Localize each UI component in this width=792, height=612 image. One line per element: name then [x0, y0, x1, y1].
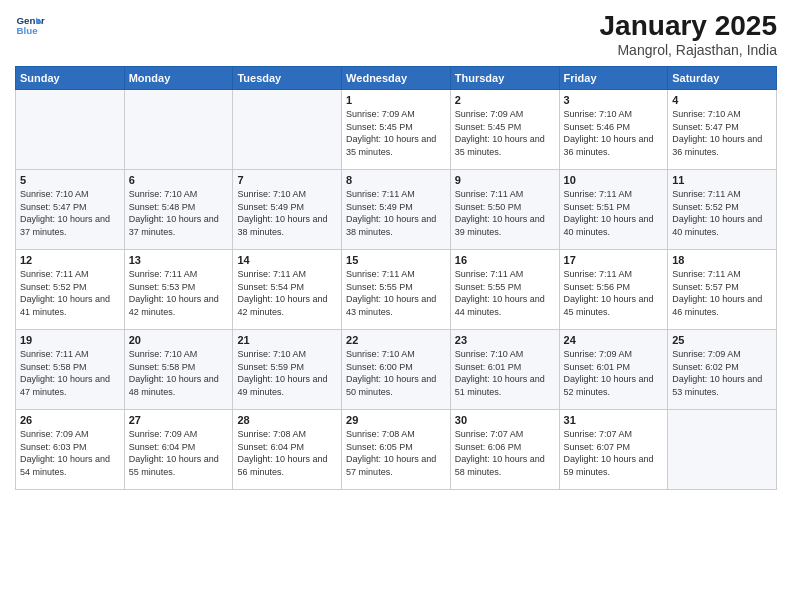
cell-1-0: 5Sunrise: 7:10 AMSunset: 5:47 PMDaylight…	[16, 170, 125, 250]
cell-2-1: 13Sunrise: 7:11 AMSunset: 5:53 PMDayligh…	[124, 250, 233, 330]
calendar-subtitle: Mangrol, Rajasthan, India	[600, 42, 777, 58]
day-num-4-3: 29	[346, 414, 446, 426]
cell-3-3: 22Sunrise: 7:10 AMSunset: 6:00 PMDayligh…	[342, 330, 451, 410]
header-saturday: Saturday	[668, 67, 777, 90]
cell-3-1: 20Sunrise: 7:10 AMSunset: 5:58 PMDayligh…	[124, 330, 233, 410]
day-num-3-4: 23	[455, 334, 555, 346]
day-num-3-1: 20	[129, 334, 229, 346]
week-row-2: 12Sunrise: 7:11 AMSunset: 5:52 PMDayligh…	[16, 250, 777, 330]
cell-text-1-6: Sunrise: 7:11 AMSunset: 5:52 PMDaylight:…	[672, 188, 772, 238]
cell-text-0-4: Sunrise: 7:09 AMSunset: 5:45 PMDaylight:…	[455, 108, 555, 158]
cell-text-2-0: Sunrise: 7:11 AMSunset: 5:52 PMDaylight:…	[20, 268, 120, 318]
week-row-0: 1Sunrise: 7:09 AMSunset: 5:45 PMDaylight…	[16, 90, 777, 170]
header-friday: Friday	[559, 67, 668, 90]
day-num-1-3: 8	[346, 174, 446, 186]
day-num-4-2: 28	[237, 414, 337, 426]
day-num-2-0: 12	[20, 254, 120, 266]
cell-text-1-3: Sunrise: 7:11 AMSunset: 5:49 PMDaylight:…	[346, 188, 446, 238]
header-sunday: Sunday	[16, 67, 125, 90]
svg-text:General: General	[17, 15, 46, 26]
cell-1-4: 9Sunrise: 7:11 AMSunset: 5:50 PMDaylight…	[450, 170, 559, 250]
cell-1-6: 11Sunrise: 7:11 AMSunset: 5:52 PMDayligh…	[668, 170, 777, 250]
logo-icon: General Blue	[15, 10, 45, 40]
cell-2-3: 15Sunrise: 7:11 AMSunset: 5:55 PMDayligh…	[342, 250, 451, 330]
cell-0-1	[124, 90, 233, 170]
cell-1-3: 8Sunrise: 7:11 AMSunset: 5:49 PMDaylight…	[342, 170, 451, 250]
week-row-4: 26Sunrise: 7:09 AMSunset: 6:03 PMDayligh…	[16, 410, 777, 490]
day-num-2-3: 15	[346, 254, 446, 266]
day-num-3-3: 22	[346, 334, 446, 346]
cell-2-0: 12Sunrise: 7:11 AMSunset: 5:52 PMDayligh…	[16, 250, 125, 330]
cell-4-2: 28Sunrise: 7:08 AMSunset: 6:04 PMDayligh…	[233, 410, 342, 490]
cell-text-3-6: Sunrise: 7:09 AMSunset: 6:02 PMDaylight:…	[672, 348, 772, 398]
day-num-4-0: 26	[20, 414, 120, 426]
day-num-1-2: 7	[237, 174, 337, 186]
header-tuesday: Tuesday	[233, 67, 342, 90]
day-num-4-4: 30	[455, 414, 555, 426]
day-num-3-5: 24	[564, 334, 664, 346]
cell-text-2-1: Sunrise: 7:11 AMSunset: 5:53 PMDaylight:…	[129, 268, 229, 318]
cell-text-1-2: Sunrise: 7:10 AMSunset: 5:49 PMDaylight:…	[237, 188, 337, 238]
day-num-2-2: 14	[237, 254, 337, 266]
day-num-2-1: 13	[129, 254, 229, 266]
cell-text-2-6: Sunrise: 7:11 AMSunset: 5:57 PMDaylight:…	[672, 268, 772, 318]
cell-text-4-5: Sunrise: 7:07 AMSunset: 6:07 PMDaylight:…	[564, 428, 664, 478]
cell-text-3-4: Sunrise: 7:10 AMSunset: 6:01 PMDaylight:…	[455, 348, 555, 398]
header: General Blue January 2025 Mangrol, Rajas…	[15, 10, 777, 58]
day-num-3-6: 25	[672, 334, 772, 346]
cell-text-2-4: Sunrise: 7:11 AMSunset: 5:55 PMDaylight:…	[455, 268, 555, 318]
week-row-3: 19Sunrise: 7:11 AMSunset: 5:58 PMDayligh…	[16, 330, 777, 410]
cell-text-3-1: Sunrise: 7:10 AMSunset: 5:58 PMDaylight:…	[129, 348, 229, 398]
day-num-1-6: 11	[672, 174, 772, 186]
day-num-0-4: 2	[455, 94, 555, 106]
cell-text-0-5: Sunrise: 7:10 AMSunset: 5:46 PMDaylight:…	[564, 108, 664, 158]
cell-text-3-3: Sunrise: 7:10 AMSunset: 6:00 PMDaylight:…	[346, 348, 446, 398]
cell-3-5: 24Sunrise: 7:09 AMSunset: 6:01 PMDayligh…	[559, 330, 668, 410]
cell-2-5: 17Sunrise: 7:11 AMSunset: 5:56 PMDayligh…	[559, 250, 668, 330]
cell-0-6: 4Sunrise: 7:10 AMSunset: 5:47 PMDaylight…	[668, 90, 777, 170]
cell-text-3-0: Sunrise: 7:11 AMSunset: 5:58 PMDaylight:…	[20, 348, 120, 398]
cell-2-4: 16Sunrise: 7:11 AMSunset: 5:55 PMDayligh…	[450, 250, 559, 330]
svg-text:Blue: Blue	[17, 25, 39, 36]
cell-text-1-1: Sunrise: 7:10 AMSunset: 5:48 PMDaylight:…	[129, 188, 229, 238]
day-num-1-5: 10	[564, 174, 664, 186]
cell-1-2: 7Sunrise: 7:10 AMSunset: 5:49 PMDaylight…	[233, 170, 342, 250]
day-num-2-5: 17	[564, 254, 664, 266]
cell-3-2: 21Sunrise: 7:10 AMSunset: 5:59 PMDayligh…	[233, 330, 342, 410]
title-block: January 2025 Mangrol, Rajasthan, India	[600, 10, 777, 58]
cell-4-1: 27Sunrise: 7:09 AMSunset: 6:04 PMDayligh…	[124, 410, 233, 490]
day-num-1-4: 9	[455, 174, 555, 186]
cell-text-0-6: Sunrise: 7:10 AMSunset: 5:47 PMDaylight:…	[672, 108, 772, 158]
cell-4-6	[668, 410, 777, 490]
day-num-4-1: 27	[129, 414, 229, 426]
cell-3-0: 19Sunrise: 7:11 AMSunset: 5:58 PMDayligh…	[16, 330, 125, 410]
day-num-0-5: 3	[564, 94, 664, 106]
cell-0-2	[233, 90, 342, 170]
cell-3-4: 23Sunrise: 7:10 AMSunset: 6:01 PMDayligh…	[450, 330, 559, 410]
cell-3-6: 25Sunrise: 7:09 AMSunset: 6:02 PMDayligh…	[668, 330, 777, 410]
cell-4-4: 30Sunrise: 7:07 AMSunset: 6:06 PMDayligh…	[450, 410, 559, 490]
cell-text-2-2: Sunrise: 7:11 AMSunset: 5:54 PMDaylight:…	[237, 268, 337, 318]
header-thursday: Thursday	[450, 67, 559, 90]
cell-text-0-3: Sunrise: 7:09 AMSunset: 5:45 PMDaylight:…	[346, 108, 446, 158]
cell-1-1: 6Sunrise: 7:10 AMSunset: 5:48 PMDaylight…	[124, 170, 233, 250]
day-num-2-4: 16	[455, 254, 555, 266]
cell-text-1-5: Sunrise: 7:11 AMSunset: 5:51 PMDaylight:…	[564, 188, 664, 238]
cell-text-4-3: Sunrise: 7:08 AMSunset: 6:05 PMDaylight:…	[346, 428, 446, 478]
cell-4-5: 31Sunrise: 7:07 AMSunset: 6:07 PMDayligh…	[559, 410, 668, 490]
cell-text-4-4: Sunrise: 7:07 AMSunset: 6:06 PMDaylight:…	[455, 428, 555, 478]
logo: General Blue	[15, 10, 45, 40]
cell-text-1-0: Sunrise: 7:10 AMSunset: 5:47 PMDaylight:…	[20, 188, 120, 238]
cell-text-4-2: Sunrise: 7:08 AMSunset: 6:04 PMDaylight:…	[237, 428, 337, 478]
calendar-table: Sunday Monday Tuesday Wednesday Thursday…	[15, 66, 777, 490]
cell-text-3-5: Sunrise: 7:09 AMSunset: 6:01 PMDaylight:…	[564, 348, 664, 398]
day-num-0-3: 1	[346, 94, 446, 106]
cell-2-6: 18Sunrise: 7:11 AMSunset: 5:57 PMDayligh…	[668, 250, 777, 330]
day-num-1-0: 5	[20, 174, 120, 186]
cell-text-2-5: Sunrise: 7:11 AMSunset: 5:56 PMDaylight:…	[564, 268, 664, 318]
calendar-container: General Blue January 2025 Mangrol, Rajas…	[0, 0, 792, 500]
cell-2-2: 14Sunrise: 7:11 AMSunset: 5:54 PMDayligh…	[233, 250, 342, 330]
day-num-4-5: 31	[564, 414, 664, 426]
cell-text-1-4: Sunrise: 7:11 AMSunset: 5:50 PMDaylight:…	[455, 188, 555, 238]
header-wednesday: Wednesday	[342, 67, 451, 90]
